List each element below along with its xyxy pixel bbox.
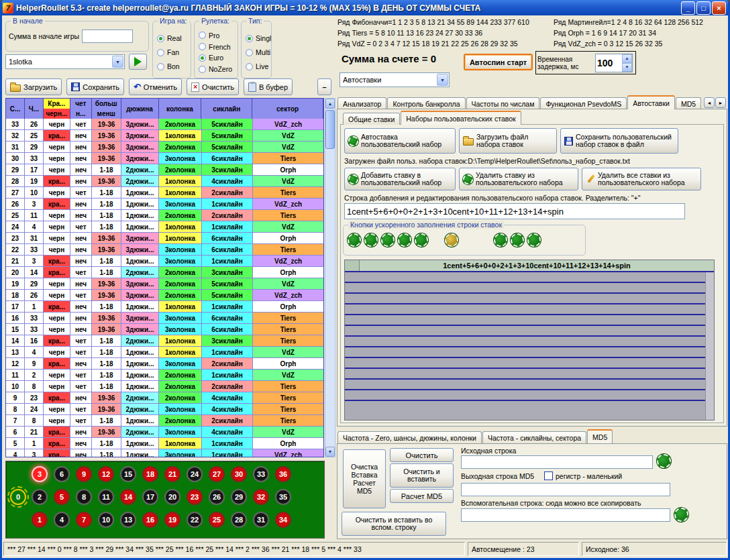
table-row[interactable]: 129кра...неч1-181дюжи...3колонка2сиклайн… (6, 358, 324, 370)
bet-list-row[interactable] (345, 337, 714, 347)
column-header[interactable]: Кра...черн... (44, 99, 70, 119)
board-number-32[interactable]: 32 (253, 489, 269, 505)
add-bet-button[interactable]: Добавить ставку в пользовательский набор (344, 168, 456, 190)
radio-multi[interactable]: Multi (246, 48, 270, 56)
table-row[interactable]: 3129черннеч19-363дюжи...2колонка5сиклайн… (6, 142, 324, 153)
table-row[interactable]: 1633черннеч19-363дюжи...3колонка6сиклайн… (6, 313, 324, 324)
radio-real[interactable]: Real (157, 34, 189, 42)
board-number-6[interactable]: 6 (54, 466, 70, 482)
md5-clear-button[interactable]: Очистить (390, 448, 454, 462)
chip-button-6[interactable] (445, 233, 458, 247)
autospin-start-button[interactable]: Автоспин старт (464, 54, 533, 70)
bet-list-row[interactable] (345, 326, 714, 337)
freq-tab-3[interactable]: MD5 (587, 429, 613, 443)
autobets-subtab-2[interactable]: Наборы пользовательских ставок (401, 111, 521, 125)
board-number-28[interactable]: 28 (231, 512, 247, 528)
table-row[interactable]: 213кра...неч1-181дюжи...3колонка1сиклайн… (6, 256, 324, 267)
autobet-select[interactable]: Автоставки ▼ (340, 72, 450, 87)
slot-select[interactable]: 1slotka ▼ (5, 54, 125, 69)
board-number-34[interactable]: 34 (275, 512, 291, 528)
radio-french[interactable]: French (199, 43, 236, 51)
board-number-25[interactable]: 25 (209, 512, 225, 528)
table-row[interactable]: 2233черннеч19-363дюжи...3колонка6сиклайн… (6, 244, 324, 256)
table-row[interactable]: 621кра...неч19-362дюжи...3колонка4сиклай… (6, 427, 324, 438)
board-number-5[interactable]: 5 (54, 489, 70, 505)
table-row[interactable]: 51кра...неч1-181дюжи...1колонка1сиклайнO… (6, 438, 324, 449)
bet-list-row[interactable] (345, 358, 714, 369)
spin-down-button[interactable]: ▼ (622, 63, 632, 72)
radio-nozero[interactable]: NoZero (199, 65, 236, 73)
board-number-11[interactable]: 11 (98, 489, 114, 505)
start-sum-input[interactable] (82, 30, 133, 43)
radio-live[interactable]: Live (246, 62, 270, 70)
board-number-8[interactable]: 8 (76, 489, 92, 505)
autobets-subtab-1[interactable]: Общие ставки (343, 113, 400, 125)
board-number-10[interactable]: 10 (98, 512, 114, 528)
board-number-2[interactable]: 2 (32, 489, 48, 505)
aux-string-input[interactable] (461, 508, 670, 522)
table-row[interactable]: 244чернчет1-181дюжи...1колонка1сиклайнVd… (6, 221, 324, 233)
chip-button-7[interactable] (494, 233, 507, 247)
table-row[interactable]: 1533черннеч19-363дюжи...3колонка6сиклайн… (6, 324, 324, 335)
autobet-user-set-button[interactable]: Автоставка пользовательский набор (344, 128, 456, 154)
chip-button-2[interactable] (364, 233, 378, 247)
board-number-14[interactable]: 14 (120, 489, 136, 505)
to-buffer-button[interactable]: В буфер (244, 78, 293, 95)
table-row[interactable]: 3326чернчет19-363дюжи...2колонка5сиклайн… (6, 119, 324, 130)
freq-tab-2[interactable]: Частота - сиклайны, сектора (482, 431, 586, 443)
bet-list-row[interactable] (345, 294, 714, 304)
main-tab-6[interactable]: MD5 (676, 97, 701, 109)
undo-button[interactable]: Отменить (129, 78, 182, 95)
table-row[interactable]: 2511черннеч1-181дюжи...2колонка2сиклайнT… (6, 210, 324, 221)
bet-list-header[interactable]: 1cent+5+6+0+0+2+1+3+10cent+10+11+12+13+1… (345, 260, 714, 272)
bet-string-input[interactable] (344, 203, 685, 219)
table-row[interactable]: 2819кра...неч19-362дюжи...1колонка4сикла… (6, 176, 324, 187)
column-header[interactable]: дюжина (121, 99, 159, 119)
table-row[interactable]: 3225кра...неч19-363дюжи...1колонка5сикла… (6, 130, 324, 142)
bet-list-row[interactable] (345, 304, 714, 315)
delay-spinner[interactable]: ▲ ▼ (595, 54, 633, 72)
bet-list-row[interactable] (345, 347, 714, 358)
table-row[interactable]: 78чернчет1-181дюжи...2колонка2сиклайнTie… (6, 415, 324, 427)
board-number-20[interactable]: 20 (164, 489, 180, 505)
table-row[interactable]: 1929черннеч19-363дюжи...2колонка5сиклайн… (6, 278, 324, 290)
table-row[interactable]: 2331черннеч19-363дюжи...1колонка6сиклайн… (6, 233, 324, 244)
table-scrollbar[interactable]: ▲ ▼ (325, 98, 335, 457)
radio-euro[interactable]: Euro (199, 54, 236, 62)
save-button[interactable]: Сохранить (66, 78, 124, 95)
clear-button[interactable]: Очистить (187, 78, 239, 95)
table-row[interactable]: 824чернчет19-362дюжи...3колонка4сиклайнT… (6, 404, 324, 415)
load-button[interactable]: Загрузить (5, 78, 62, 95)
table-row[interactable]: 2917черннеч1-182дюжи...2колонка3сиклайнO… (6, 164, 324, 176)
bet-list-row[interactable] (345, 283, 714, 294)
scroll-thumb[interactable] (325, 110, 335, 149)
md5-clear-paste-button[interactable]: Очистить и вставить (390, 463, 454, 488)
md5-calc-button[interactable]: Расчет MD5 (390, 489, 454, 503)
board-number-27[interactable]: 27 (209, 466, 225, 482)
board-number-1[interactable]: 1 (32, 512, 48, 528)
main-tab-3[interactable]: Частоты по числам (466, 97, 540, 109)
main-tab-4[interactable]: Функционал PsevdoMS (540, 97, 627, 109)
chip-button-1[interactable] (348, 233, 361, 247)
bet-list-row[interactable] (345, 390, 714, 401)
column-header[interactable]: сектор (252, 99, 323, 119)
bet-list-row[interactable] (345, 369, 714, 380)
chip-button-3[interactable] (381, 233, 395, 247)
lowercase-checkbox[interactable] (544, 471, 553, 480)
board-number-30[interactable]: 30 (231, 466, 247, 482)
scroll-down-button[interactable]: ▼ (325, 447, 335, 457)
aux-copy-chip-button[interactable] (674, 508, 688, 522)
board-number-29[interactable]: 29 (231, 489, 247, 505)
table-row[interactable]: 2014кра...чет1-182дюжи...2колонка3сиклай… (6, 267, 324, 278)
save-bet-set-button[interactable]: Сохранить пользовательский набор ставок … (560, 128, 678, 154)
chip-button-9[interactable] (527, 233, 541, 247)
radio-pro[interactable]: Pro (199, 32, 236, 40)
source-string-input[interactable] (461, 455, 653, 469)
main-tab-2[interactable]: Контроль банкролла (387, 97, 465, 109)
md5-clear-paste-aux-button[interactable]: Очистить и вставить во вспом. строку (342, 512, 446, 536)
radio-fan[interactable]: Fan (157, 48, 189, 56)
spin-up-button[interactable]: ▲ (622, 54, 632, 63)
bet-list-row[interactable] (345, 380, 714, 390)
column-header[interactable]: четн... (70, 99, 92, 119)
scroll-up-button[interactable]: ▲ (325, 99, 335, 109)
